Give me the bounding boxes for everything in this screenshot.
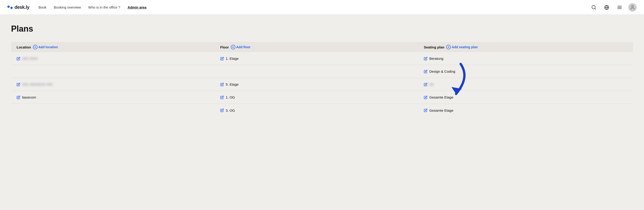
edit-floor-1-icon[interactable] xyxy=(220,57,224,60)
user-icon xyxy=(630,5,635,10)
nav-who-in-office[interactable]: Who is in the office ? xyxy=(88,5,120,9)
navbar: desk.ly Book Booking overview Who is in … xyxy=(0,0,644,15)
cell-seating-2: Design & Coding xyxy=(424,69,628,73)
seating-4-text: Gesamte Etage xyxy=(429,95,453,99)
col-header-floor: Floor + Add floor xyxy=(220,45,424,49)
col-header-seating: Seating plan + Add seating plan xyxy=(424,45,628,49)
nav-admin-area[interactable]: Admin area xyxy=(128,5,146,9)
globe-icon xyxy=(604,5,609,10)
floor-5-text: 3. OG xyxy=(226,109,235,112)
search-button[interactable] xyxy=(590,3,598,12)
edit-location-4-icon[interactable] xyxy=(16,95,20,99)
logo[interactable]: desk.ly xyxy=(7,5,29,10)
location-4-text: basecom xyxy=(22,95,36,99)
edit-seating-2-icon[interactable] xyxy=(424,70,428,73)
cell-floor-1: 1. Etage xyxy=(220,57,424,60)
edit-location-3-icon[interactable] xyxy=(16,83,20,86)
seating-3-text: Hh xyxy=(429,82,434,86)
table-row: basecom 1. OG Gesamte Et xyxy=(11,91,633,104)
add-floor-label: Add floor xyxy=(236,45,250,49)
table-header: Location + Add location Floor + Add floo… xyxy=(11,42,633,52)
cell-location-1: Hhh Hhhh xyxy=(16,57,220,60)
cell-seating-1: Beratung xyxy=(424,57,628,60)
user-avatar[interactable] xyxy=(628,3,637,12)
floor-4-text: 1. OG xyxy=(226,95,235,99)
logo-text: desk.ly xyxy=(14,5,29,10)
table-row: Hhh Hhhhhhhh Hhh 5. Etage xyxy=(11,78,633,91)
cell-location-4: basecom xyxy=(16,95,220,99)
edit-floor-5-icon[interactable] xyxy=(220,109,224,112)
col-header-location: Location + Add location xyxy=(16,45,220,49)
cell-floor-4: 1. OG xyxy=(220,95,424,99)
cell-seating-3: Hh xyxy=(424,82,628,86)
edit-seating-1-icon[interactable] xyxy=(424,57,428,60)
menu-button[interactable] xyxy=(616,3,624,12)
page-title: Plans xyxy=(11,24,633,34)
seating-2-text: Design & Coding xyxy=(429,69,455,73)
cell-floor-5: 3. OG xyxy=(220,109,424,112)
plans-table: Location + Add location Floor + Add floo… xyxy=(11,42,633,117)
add-seating-label: Add seating plan xyxy=(452,45,478,49)
col-label-location: Location xyxy=(16,45,31,49)
nav-links: Book Booking overview Who is in the offi… xyxy=(38,5,590,9)
svg-line-1 xyxy=(595,8,596,9)
cell-floor-3: 5. Etage xyxy=(220,82,424,86)
floor-3-text: 5. Etage xyxy=(226,82,238,86)
col-label-seating: Seating plan xyxy=(424,45,444,49)
add-location-button[interactable]: + Add location xyxy=(33,45,58,49)
location-3-text: Hhh Hhhhhhhh Hhh xyxy=(22,82,53,86)
table-row: Hhh Hhhh 1. Etage Beratu xyxy=(11,52,633,65)
search-icon xyxy=(591,5,596,10)
add-floor-button[interactable]: + Add floor xyxy=(231,45,250,49)
add-floor-icon: + xyxy=(231,45,236,49)
language-button[interactable] xyxy=(602,3,611,12)
hamburger-icon xyxy=(617,5,622,10)
nav-book[interactable]: Book xyxy=(38,5,46,9)
table-row: 3. OG Gesamte Etage xyxy=(11,104,633,117)
logo-icon xyxy=(7,6,13,9)
add-seating-icon: + xyxy=(446,45,451,49)
cell-seating-4: Gesamte Etage xyxy=(424,95,628,99)
edit-seating-4-icon[interactable] xyxy=(424,95,428,99)
edit-seating-5-icon[interactable] xyxy=(424,109,428,112)
nav-booking-overview[interactable]: Booking overview xyxy=(54,5,81,9)
location-1-text: Hhh Hhhh xyxy=(22,57,38,60)
main-content: Plans Location + Add location Floor + Ad… xyxy=(0,15,644,126)
nav-right-icons xyxy=(590,3,637,12)
floor-1-text: 1. Etage xyxy=(226,57,238,60)
edit-location-1-icon[interactable] xyxy=(16,57,20,60)
cell-seating-5: Gesamte Etage xyxy=(424,109,628,112)
edit-floor-3-icon[interactable] xyxy=(220,83,224,86)
add-location-icon: + xyxy=(33,45,38,49)
add-location-label: Add location xyxy=(38,45,58,49)
add-seating-button[interactable]: + Add seating plan xyxy=(446,45,478,49)
seating-5-text: Gesamte Etage xyxy=(429,109,453,112)
cell-location-3: Hhh Hhhhhhhh Hhh xyxy=(16,82,220,86)
table-row: Design & Coding xyxy=(11,65,633,78)
edit-floor-4-icon[interactable] xyxy=(220,95,224,99)
edit-seating-3-icon[interactable] xyxy=(424,83,428,86)
seating-1-text: Beratung xyxy=(429,57,444,60)
svg-point-7 xyxy=(632,5,633,7)
col-label-floor: Floor xyxy=(220,45,229,49)
